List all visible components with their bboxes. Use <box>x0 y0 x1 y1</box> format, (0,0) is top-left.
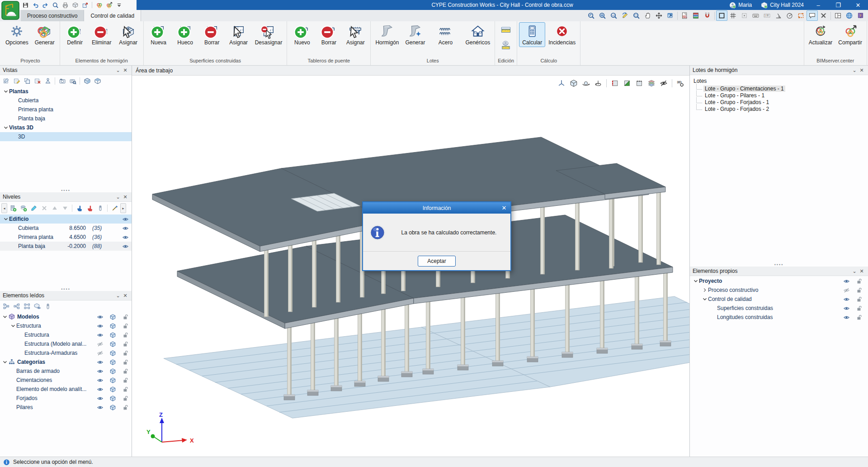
tree-a-button[interactable] <box>1 302 11 311</box>
save-button[interactable] <box>21 1 30 9</box>
accept-button[interactable]: Aceptar <box>418 256 455 267</box>
box-a-button[interactable] <box>82 76 92 86</box>
niveles-item-planta-baja[interactable]: Planta baja-0.2000(88) <box>0 242 132 251</box>
pin-button[interactable] <box>43 302 52 311</box>
lock-toggle[interactable] <box>119 314 132 320</box>
snap-dot-button[interactable] <box>739 10 750 21</box>
nuevo-button[interactable]: Nuevo <box>289 22 315 47</box>
compartir-button[interactable]: Compartir <box>835 22 865 47</box>
lock-toggle[interactable] <box>119 341 132 348</box>
3d-view-toggle[interactable] <box>106 368 119 375</box>
hormigón-button[interactable]: Hormigón <box>373 22 401 47</box>
hueco-button[interactable]: Hueco <box>172 22 198 47</box>
orbit-button[interactable] <box>580 78 591 88</box>
down-gray-button[interactable] <box>60 204 70 213</box>
lotes-root[interactable]: Lotes <box>690 76 868 85</box>
zoom-extents-button[interactable] <box>597 10 608 21</box>
leidos-item-estructura-armaduras[interactable]: Estructura-Armaduras <box>0 348 132 357</box>
dialog-close-icon[interactable]: ✕ <box>498 202 510 214</box>
visibility-toggle[interactable] <box>94 359 106 366</box>
lock-toggle[interactable] <box>853 278 865 285</box>
3d-view-toggle[interactable] <box>106 386 119 393</box>
eliminar-button[interactable]: Eliminar <box>89 22 115 47</box>
wand-button[interactable] <box>110 204 119 213</box>
panel-collapse-button[interactable]: ⌄ <box>114 67 122 74</box>
print-box-button[interactable] <box>71 1 80 9</box>
tree-b-button[interactable] <box>12 302 21 311</box>
lote-item[interactable]: Lote - Grupo - Cimentaciones - 1 <box>696 85 868 92</box>
help-button[interactable]: ? <box>855 10 866 21</box>
leidos-item-estructura[interactable]: Estructura <box>0 330 132 339</box>
lock-toggle[interactable] <box>119 404 132 411</box>
view-del-button[interactable] <box>33 76 42 86</box>
leidos-item-estructura[interactable]: Estructura <box>0 321 132 330</box>
chevron-down-icon[interactable] <box>2 359 8 365</box>
propios-item-longitudes-construidas[interactable]: Longitudes construidas <box>690 313 868 322</box>
maximize-button[interactable]: ❐ <box>829 0 847 10</box>
borrar-button[interactable]: Borrar <box>316 22 342 47</box>
tape-button[interactable] <box>499 38 513 52</box>
vistas-item-primera-planta[interactable]: Primera planta <box>0 105 132 114</box>
visibility-toggle[interactable] <box>840 314 853 321</box>
visibility-toggle[interactable] <box>94 341 106 348</box>
grid-button[interactable] <box>727 10 739 21</box>
hand-red-button[interactable] <box>85 204 94 213</box>
actualizar-button[interactable]: Actualizar <box>806 22 835 47</box>
3d-view-toggle[interactable] <box>106 404 119 411</box>
asignar-button[interactable]: Asignar <box>115 22 142 47</box>
leidos-item-cimentaciones[interactable]: Cimentaciones <box>0 376 132 385</box>
visibility-toggle[interactable] <box>119 225 132 232</box>
visibility-toggle[interactable] <box>94 395 106 402</box>
visibility-toggle[interactable] <box>94 314 106 320</box>
3d-view-toggle[interactable] <box>106 377 119 384</box>
lock-toggle[interactable] <box>119 332 132 338</box>
protractor-button[interactable] <box>784 10 795 21</box>
redo-button[interactable] <box>41 1 50 9</box>
vistas-item-cubierta[interactable]: Cubierta <box>0 96 132 105</box>
pencil-button[interactable] <box>29 204 38 213</box>
layout-button[interactable] <box>832 10 844 21</box>
cam-button[interactable] <box>57 76 67 86</box>
propios-item-superficies-construidas[interactable]: Superficies construidas <box>690 304 868 313</box>
move-button[interactable] <box>653 10 665 21</box>
turntable-button[interactable] <box>593 78 604 88</box>
borrar-button[interactable]: Borrar <box>199 22 225 47</box>
incidencias-button[interactable]: Incidencias <box>546 22 578 47</box>
minimize-button[interactable]: – <box>809 0 827 10</box>
vistas-item-3d[interactable]: 3D <box>0 132 132 141</box>
lock-toggle[interactable] <box>119 377 132 384</box>
visibility-toggle[interactable] <box>119 216 132 223</box>
chevron-right-icon[interactable] <box>702 287 708 293</box>
panel-resize-grip[interactable]: •••• <box>0 287 132 291</box>
keyboard-button[interactable] <box>750 10 761 21</box>
panel-close-button[interactable]: ✕ <box>858 267 865 275</box>
lock-toggle[interactable] <box>119 368 132 375</box>
arr-right-button[interactable]: ▸ <box>120 203 126 213</box>
dxf-layers-button[interactable] <box>690 10 702 21</box>
3d-view-toggle[interactable] <box>106 314 119 320</box>
chevron-down-icon[interactable] <box>3 124 9 131</box>
vistas-item-plantas[interactable]: Plantas <box>0 87 132 96</box>
visibility-toggle[interactable] <box>840 296 853 303</box>
visibility-toggle[interactable] <box>840 305 853 312</box>
view-cam-button[interactable] <box>43 76 52 86</box>
3d-view-toggle[interactable] <box>106 395 119 402</box>
project-chip[interactable]: City Hall 2024 <box>757 2 807 9</box>
panel-resize-grip[interactable]: •••• <box>0 188 132 192</box>
asignar-button[interactable]: Asignar <box>226 22 252 47</box>
chevron-down-icon[interactable] <box>693 278 699 284</box>
3d-viewport[interactable]: 3D <box>132 76 689 457</box>
chevron-down-icon[interactable] <box>2 314 8 320</box>
lock-toggle[interactable] <box>119 323 132 329</box>
sect-green-button[interactable] <box>622 78 632 88</box>
view-new-button[interactable] <box>1 76 11 86</box>
opciones-button[interactable]: Opciones <box>3 22 31 47</box>
visibility-toggle[interactable] <box>94 404 106 411</box>
visibility-toggle[interactable] <box>119 243 132 250</box>
chevron-down-icon[interactable] <box>10 323 16 329</box>
panel-collapse-button[interactable]: ⌄ <box>114 193 122 200</box>
genéricos-button[interactable]: Genéricos <box>462 22 493 47</box>
lock-toggle[interactable] <box>853 287 865 294</box>
lock-toggle[interactable] <box>853 314 865 321</box>
visibility-toggle[interactable] <box>94 377 106 384</box>
